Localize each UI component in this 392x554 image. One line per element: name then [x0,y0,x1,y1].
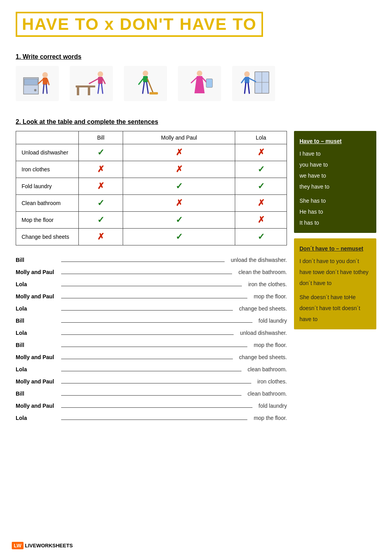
col-bill: Bill [79,131,123,144]
chore-label: Change bed sheets [16,229,79,245]
table-cell-bill: ✓ [79,144,123,161]
sentence-ending: mop the floor. [254,415,287,421]
sentence-input-line[interactable] [61,376,251,383]
sentence-input-line[interactable] [61,364,241,371]
have-to-row: we have to [299,170,371,181]
cross-icon: ✗ [97,181,104,191]
svg-point-2 [34,89,36,91]
sentence-ending: clean bathroom. [248,391,287,397]
check-icon: ✓ [97,147,104,157]
table-cell-bill: ✓ [79,195,123,212]
sentence-input-line[interactable] [61,389,241,396]
footer-brand: LIVEWORKSHEETS [25,543,73,549]
dont-have-to-box: Don´t have to – nemuset I don´t have to … [294,238,376,329]
chore-label: Mop the floor [16,212,79,229]
sentence-input-line[interactable] [61,291,247,298]
sentence-row: Lolaunload dishwasher. [16,328,287,336]
sentences-area: Billunload the dishwasher.Molly and Paul… [16,255,287,421]
svg-point-18 [143,71,148,76]
sentence-row: Billclean bathroom. [16,389,287,397]
cross-icon: ✗ [97,232,104,242]
sentence-input-line[interactable] [61,316,252,323]
cross-icon: ✗ [176,147,183,157]
table-cell-molly: ✗ [123,144,235,161]
sentence-subject: Bill [16,318,59,324]
sentence-row: Molly and Paulfold laundry [16,401,287,409]
svg-line-8 [46,85,47,93]
table-cell-molly: ✗ [123,161,235,178]
sentence-input-line[interactable] [61,255,225,262]
col-molly: Molly and Paul [123,131,235,144]
chore-label: Clean bathroom [16,195,79,212]
sentence-subject: Molly and Paul [16,378,59,385]
sentence-subject: Molly and Paul [16,293,59,300]
have-to-row: they have to [299,181,371,192]
check-icon: ✓ [176,215,183,225]
sentence-ending: iron the clothes. [248,281,287,287]
sentence-ending: clean bathroom. [248,366,287,372]
svg-line-16 [98,84,99,93]
main-layout: Bill Molly and Paul Lola Unload dishwash… [16,131,376,425]
figure-window [232,66,275,101]
footer-logo: LW [12,542,24,549]
sentence-input-line[interactable] [61,267,232,274]
svg-line-17 [102,84,103,93]
dont-have-to-row: She doesn´t have to [299,294,348,300]
table-cell-lola: ✓ [235,178,287,195]
chore-label: Unload dishwasher [16,144,79,161]
sentence-ending: mop the floor. [254,293,287,300]
sentence-input-line[interactable] [61,279,242,286]
table-cell-bill: ✗ [79,178,123,195]
svg-line-38 [248,83,249,93]
section2-header: 2. Look at the table and complete the se… [16,118,376,125]
sentence-subject: Lola [16,366,59,372]
svg-point-25 [197,71,202,76]
table-cell-bill: ✗ [79,229,123,245]
cross-icon: ✗ [258,198,265,208]
sentence-ending: fold laundry [259,318,287,324]
sentence-ending: unload the dishwasher. [231,257,287,263]
footer: LW LIVEWORKSHEETS [12,542,73,549]
table-cell-lola: ✗ [235,212,287,229]
cross-icon: ✗ [97,164,104,174]
left-content: Bill Molly and Paul Lola Unload dishwash… [16,131,287,425]
svg-line-6 [47,80,49,85]
table-cell-molly: ✓ [123,212,235,229]
dont-have-to-row: I don´t have to [299,258,335,264]
sentence-input-line[interactable] [61,303,233,311]
svg-rect-4 [43,78,47,85]
svg-line-15 [103,79,105,84]
sentence-ending: unload dishwasher. [240,330,287,336]
cross-icon: ✗ [176,198,183,208]
svg-line-27 [191,78,197,83]
svg-point-12 [98,71,103,77]
cross-icon: ✗ [258,215,265,225]
figure-cleaning [70,66,113,101]
sentence-input-line[interactable] [61,413,247,420]
sentence-input-line[interactable] [61,340,247,347]
sentence-ending: change bed sheets. [239,305,287,312]
sentence-input-line[interactable] [61,352,233,359]
svg-rect-21 [149,92,158,94]
svg-rect-13 [98,77,103,84]
have-to-row: I have to [299,148,371,159]
images-row [16,66,376,101]
sentence-ending: mop the floor. [254,342,287,348]
sentence-subject: Bill [16,257,59,263]
sentence-ending: fold laundry [259,403,287,409]
svg-rect-9 [76,85,95,87]
check-icon: ✓ [97,198,104,208]
sentence-input-line[interactable] [61,401,252,408]
svg-point-3 [42,72,48,78]
have-to-title: Have to – muset [299,136,371,147]
chore-label: Fold laundry [16,178,79,195]
sentence-subject: Molly and Paul [16,354,59,360]
sentence-input-line[interactable] [61,328,234,335]
sentence-subject: Lola [16,415,59,421]
section1-header: 1. Write correct words [16,53,376,60]
sidebar: Have to – muset I have to you have towe … [294,131,376,329]
table-cell-lola: ✓ [235,229,287,245]
sentence-row: Molly and Paulclean the bathroom. [16,267,287,275]
check-icon: ✓ [258,181,265,191]
svg-line-22 [139,79,143,84]
